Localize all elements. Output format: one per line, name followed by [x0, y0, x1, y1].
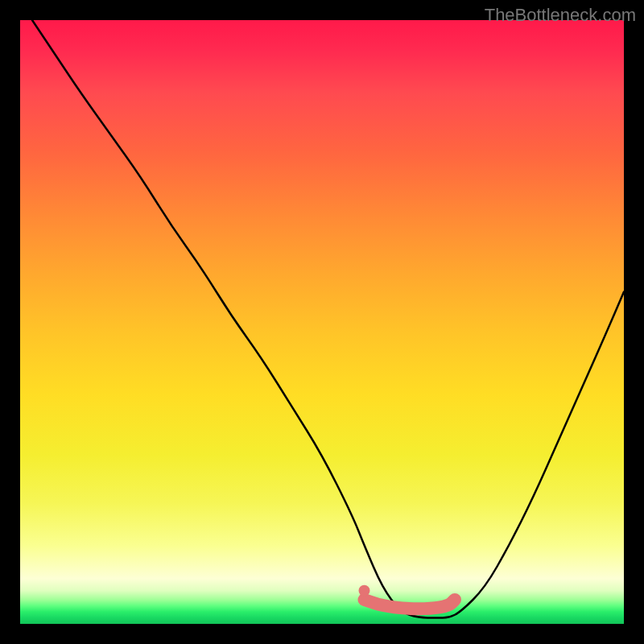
highlight-dot: [359, 585, 370, 597]
watermark-text: TheBottleneck.com: [485, 5, 636, 26]
plot-area: [20, 20, 624, 624]
highlight-band-path: [365, 600, 456, 609]
bottleneck-curve-path: [32, 20, 624, 618]
chart-svg: [20, 20, 624, 624]
